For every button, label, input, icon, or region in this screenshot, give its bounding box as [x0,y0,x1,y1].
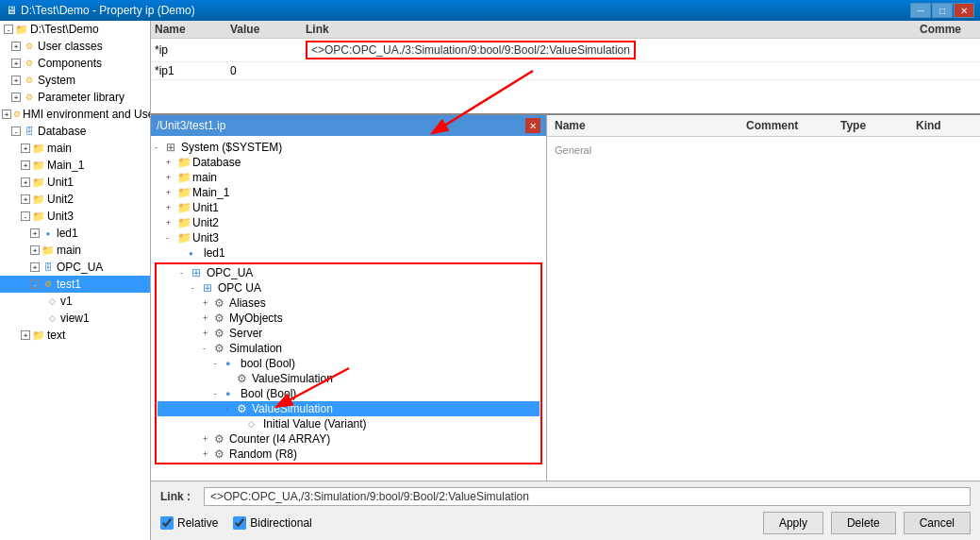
minimize-button[interactable]: ─ [910,3,931,18]
bt-bool2[interactable]: - ● Bool (Bool) [158,386,540,401]
system-expand[interactable]: + [11,76,21,85]
bt-myobjects[interactable]: + ⚙ MyObjects [158,311,540,326]
bottom-section: Link : Relative Bidirectional Apply [151,481,980,540]
bt-main[interactable]: + 📁 main [155,170,542,185]
unit3-expand[interactable]: - [21,211,30,221]
main1-icon: 📁 [32,159,45,172]
sidebar-item-v1[interactable]: ◇ v1 [0,293,150,310]
bidirectional-checkbox[interactable] [233,516,246,530]
view1-label: view1 [60,312,90,325]
user-classes-expand[interactable]: + [11,42,21,51]
sidebar-item-components[interactable]: + ⚙ Components [0,55,150,72]
led1-expand[interactable]: + [30,228,40,238]
sidebar-item-test1[interactable]: - ⚙ test1 [0,276,150,293]
window-title: D:\Test\Demo - Property ip (Demo) [21,4,195,17]
bt-valuesim1[interactable]: ⚙ ValueSimulation [158,371,540,386]
cancel-button[interactable]: Cancel [904,512,971,534]
bt-aliases-icon: ⚙ [214,296,229,310]
sidebar-item-main[interactable]: + 📁 main [0,140,150,157]
sidebar-item-unit3[interactable]: - 📁 Unit3 [0,208,150,225]
link-value-ip: <>OPC:OPC_UA./3:Simulation/9:bool/9:Bool… [306,41,636,59]
sidebar-item-main1[interactable]: + 📁 Main_1 [0,157,150,174]
apply-button[interactable]: Apply [763,512,823,534]
main1-expand[interactable]: + [21,160,30,170]
bidirectional-checkbox-item[interactable]: Bidirectional [233,516,311,530]
bt-led1[interactable]: ● led1 [155,245,542,261]
bt-unit2-label: Unit2 [192,216,219,229]
bt-random[interactable]: + ⚙ Random (R8) [158,447,540,462]
bt-led1-label: led1 [204,246,225,260]
text-expand[interactable]: + [21,330,30,340]
bt-unit2[interactable]: + 📁 Unit2 [155,215,542,230]
maximize-button[interactable]: □ [932,3,953,18]
hmi-expand[interactable]: + [2,110,11,119]
bt-random-icon: ⚙ [214,447,229,461]
bt-main1[interactable]: + 📁 Main_1 [155,185,542,200]
prop-table-body: *ip <>OPC:OPC_UA./3:Simulation/9:bool/9:… [151,39,980,113]
bt-simulation[interactable]: - ⚙ Simulation [158,341,540,356]
relative-checkbox[interactable] [160,516,174,530]
app-icon: 🖥 [6,4,17,17]
sidebar-item-view1[interactable]: ◇ view1 [0,310,150,327]
bt-initial[interactable]: ◇ Initial Value (Variant) [158,416,540,431]
root-expand[interactable]: - [4,25,13,34]
sidebar-item-text[interactable]: + 📁 text [0,327,150,344]
unit2-icon: 📁 [32,193,45,206]
prop-row-ip1[interactable]: *ip1 0 [151,62,980,80]
test1-expand[interactable]: - [30,279,40,289]
bt-valuesim2[interactable]: - ⚙ ValueSimulation [158,401,540,416]
bt-opc-ua-sub[interactable]: - ⊞ OPC UA [158,280,540,295]
view1-icon: ◇ [45,312,58,325]
user-classes-icon: ⚙ [23,40,36,53]
sidebar-root[interactable]: - 📁 D:\Test\Demo [0,21,150,38]
bt-server[interactable]: + ⚙ Server [158,326,540,341]
sidebar-item-param-library[interactable]: + ⚙ Parameter library [0,89,150,106]
database-icon: 🗄 [23,125,36,138]
tree-browser-body: - ⊞ System ($SYSTEM) + 📁 Database + [151,136,546,481]
tree-browser: /Unit3/test1.ip ✕ - ⊞ System ($SYSTEM) +… [151,115,547,481]
db-expand[interactable]: - [11,127,21,136]
bt-opcua-label: OPC_UA [207,266,253,279]
main-expand[interactable]: + [21,143,30,153]
sidebar-item-unit2[interactable]: + 📁 Unit2 [0,191,150,208]
param-icon: ⚙ [23,91,36,104]
opcua-expand[interactable]: + [30,262,40,272]
unit3-label: Unit3 [47,210,74,223]
bt-opc-ua[interactable]: - ⊞ OPC_UA [158,265,540,280]
relative-checkbox-item[interactable]: Relative [160,516,218,530]
unit3main-expand[interactable]: + [30,245,40,255]
delete-button[interactable]: Delete [831,512,896,534]
close-button[interactable]: ✕ [954,3,974,18]
bt-valuesim2-label: ValueSimulation [252,402,333,415]
bt-unit1[interactable]: + 📁 Unit1 [155,200,542,215]
properties-body: General [547,137,980,481]
opcua-icon: 🗄 [42,261,55,274]
sidebar-item-user-classes[interactable]: + ⚙ User classes [0,38,150,55]
prop-row-ip[interactable]: *ip <>OPC:OPC_UA./3:Simulation/9:bool/9:… [151,39,980,62]
sidebar-item-hmi[interactable]: + ⚙ HMI environment and Users [0,106,150,123]
unit1-expand[interactable]: + [21,177,30,187]
bt-bool[interactable]: - ● bool (Bool) [158,356,540,371]
bt-counter[interactable]: + ⚙ Counter (I4 ARRAY) [158,431,540,447]
bt-aliases-label: Aliases [229,296,266,310]
tree-browser-close-button[interactable]: ✕ [525,118,540,133]
bt-unit3[interactable]: - 📁 Unit3 [155,230,542,245]
sidebar-item-system[interactable]: + ⚙ System [0,72,150,89]
bt-opcua-icon: ⊞ [191,266,207,279]
bt-database[interactable]: + 📁 Database [155,155,542,170]
components-expand[interactable]: + [11,59,21,68]
bt-simulation-icon: ⚙ [214,342,229,355]
root-folder-icon: 📁 [15,23,28,36]
sidebar-item-unit3-main[interactable]: + 📁 main [0,242,150,259]
link-input[interactable] [204,487,971,506]
v1-label: v1 [60,295,73,308]
sidebar-item-unit1[interactable]: + 📁 Unit1 [0,174,150,191]
bt-aliases[interactable]: + ⚙ Aliases [158,295,540,311]
sidebar-item-database[interactable]: - 🗄 Database [0,123,150,140]
bt-opcua-sub-icon: ⊞ [203,281,218,295]
sidebar-item-led1[interactable]: + ● led1 [0,225,150,242]
unit2-expand[interactable]: + [21,194,30,204]
bt-system[interactable]: - ⊞ System ($SYSTEM) [155,140,542,155]
sidebar-item-opc-ua[interactable]: + 🗄 OPC_UA [0,259,150,276]
param-expand[interactable]: + [11,93,21,102]
